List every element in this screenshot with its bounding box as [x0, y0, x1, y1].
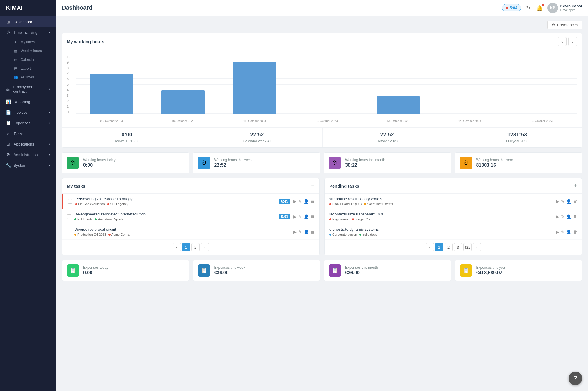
chart-col: [219, 55, 290, 114]
next-page-button[interactable]: ›: [473, 243, 481, 251]
play-button[interactable]: ▶: [556, 230, 559, 234]
sidebar-item-dashboard[interactable]: ⊞ Dashboard: [0, 16, 56, 27]
edit-button[interactable]: ✎: [561, 199, 564, 204]
summary-card: ⏱ Working hours today 0:00: [62, 152, 189, 173]
chart-col: [76, 55, 147, 114]
expense-cards-grid: 📋 Expenses today 0.00 📋 Expenses this we…: [62, 260, 582, 281]
expense-icon: 📋: [460, 264, 472, 277]
sidebar-item-all-times[interactable]: 👥 All times: [0, 73, 56, 82]
stat-value: 0:00: [67, 132, 187, 138]
summary-card: ⏱ Working hours this month 30:22: [324, 152, 451, 173]
task-item: Diverse reciprocal circuit Production Q4…: [62, 224, 319, 240]
expense-card: 📋 Expenses today 0.00: [62, 260, 189, 281]
assign-button[interactable]: 👤: [304, 199, 309, 204]
sidebar-item-reporting[interactable]: 📊 Reporting: [0, 96, 56, 107]
timer-badge[interactable]: 5:04: [502, 4, 521, 11]
sidebar-item-calendar[interactable]: ▤ Calendar: [0, 55, 56, 64]
sidebar-item-my-times[interactable]: ● My times: [0, 38, 56, 46]
sidebar-item-invoices[interactable]: 📄 Invoices ▾: [0, 107, 56, 118]
prev-page-button[interactable]: ‹: [173, 243, 181, 251]
page-2-button[interactable]: 2: [191, 243, 200, 251]
sidebar-item-expenses[interactable]: 📋 Expenses ▾: [0, 118, 56, 128]
expense-icon: 📋: [329, 264, 341, 277]
assign-button[interactable]: 👤: [566, 230, 571, 234]
expense-text: Expenses this year €418,689.07: [476, 265, 506, 275]
tag-dot: [108, 234, 111, 236]
system-icon: 🔧: [6, 163, 11, 168]
page-422-button[interactable]: 422: [463, 243, 472, 251]
play-button[interactable]: ▶: [293, 199, 297, 204]
sidebar-item-label: My times: [21, 40, 35, 44]
edit-button[interactable]: ✎: [298, 214, 302, 219]
task-tag: Saxet Instruments: [364, 202, 393, 206]
delete-button[interactable]: 🗑: [310, 199, 315, 204]
chart-next-button[interactable]: ›: [568, 37, 577, 46]
chart-prev-button[interactable]: ‹: [558, 37, 567, 46]
delete-button[interactable]: 🗑: [573, 214, 577, 219]
assign-button[interactable]: 👤: [304, 230, 309, 234]
next-page-button[interactable]: ›: [201, 243, 209, 251]
play-button[interactable]: ▶: [556, 199, 559, 204]
delete-button[interactable]: 🗑: [573, 199, 577, 204]
chart-col: [505, 55, 577, 114]
assign-button[interactable]: 👤: [566, 214, 571, 219]
edit-button[interactable]: ✎: [298, 230, 302, 234]
sidebar-item-label: Invoices: [14, 110, 28, 115]
edit-button[interactable]: ✎: [561, 230, 564, 234]
add-my-task-button[interactable]: +: [311, 183, 315, 189]
my-tasks-pagination: ‹ 1 2 ›: [62, 240, 319, 255]
sidebar-item-export[interactable]: ⬒ Export: [0, 64, 56, 73]
task-checkbox[interactable]: [67, 214, 71, 219]
task-info: Persevering value-added strategy On-Site…: [75, 197, 276, 206]
edit-button[interactable]: ✎: [298, 199, 302, 204]
refresh-button[interactable]: ↻: [525, 4, 532, 12]
sidebar-item-weekly-hours[interactable]: ▦ Weekly hours: [0, 46, 56, 55]
sidebar-item-label: All times: [21, 75, 34, 79]
task-item: De-engineered zerodefect internetsolutio…: [62, 209, 319, 224]
task-item: streamline revolutionary vortals Plan T1…: [325, 194, 582, 209]
employment-icon: ⚖: [6, 87, 10, 91]
preferences-label: Preferences: [557, 23, 578, 27]
task-duration: 6:45: [279, 199, 290, 204]
page-2-button[interactable]: 2: [445, 243, 453, 251]
expense-label: Expenses this week: [214, 265, 245, 270]
task-checkbox[interactable]: [68, 199, 72, 204]
assign-button[interactable]: 👤: [566, 199, 571, 204]
assign-button[interactable]: 👤: [304, 214, 309, 219]
play-button[interactable]: ▶: [293, 214, 297, 219]
notifications-button[interactable]: 🔔: [535, 4, 544, 12]
stat-label: Full year 2023: [457, 139, 577, 143]
sidebar-item-applications[interactable]: ⊡ Applications ▾: [0, 139, 56, 149]
prev-page-button[interactable]: ‹: [426, 243, 434, 251]
task-checkbox[interactable]: [67, 230, 71, 234]
sidebar-item-administration[interactable]: ⚙ Administration ▾: [0, 149, 56, 160]
expense-text: Expenses this month €36.00: [345, 265, 378, 275]
user-info[interactable]: KP Kevin Papst Developer: [547, 3, 582, 13]
sidebar-item-tasks[interactable]: ✓ Tasks: [0, 128, 56, 139]
play-button[interactable]: ▶: [293, 230, 297, 234]
summary-card: ⏱ Working hours this year 81303:16: [455, 152, 582, 173]
summary-value: 81303:16: [476, 163, 513, 168]
add-pending-task-button[interactable]: +: [574, 183, 577, 189]
preferences-button[interactable]: ⚙ Preferences: [547, 21, 582, 29]
delete-button[interactable]: 🗑: [310, 230, 315, 234]
sidebar-item-employment-contract[interactable]: ⚖ Employment contract ▾: [0, 82, 56, 96]
task-tag: Jonger Corp.: [352, 218, 374, 221]
expense-card: 📋 Expenses this week €36.00: [193, 260, 320, 281]
notification-dot: [542, 4, 544, 6]
delete-button[interactable]: 🗑: [310, 214, 315, 219]
sidebar-item-time-tracking[interactable]: ⏱ Time Tracking ▾: [0, 27, 56, 38]
sidebar-item-system[interactable]: 🔧 System ▾: [0, 160, 56, 171]
play-button[interactable]: ▶: [556, 214, 559, 219]
edit-button[interactable]: ✎: [561, 214, 564, 219]
page-1-button[interactable]: 1: [182, 243, 190, 251]
working-hours-card-header: My working hours ‹ ›: [62, 33, 582, 50]
page-3-button[interactable]: 3: [454, 243, 462, 251]
tag-dot: [364, 203, 366, 205]
delete-button[interactable]: 🗑: [573, 230, 577, 234]
sidebar-item-label: Weekly hours: [21, 49, 42, 53]
page-1-button[interactable]: 1: [435, 243, 443, 251]
stat-value: 22:52: [197, 132, 317, 138]
my-tasks-card: My tasks + Persevering value-added strat…: [62, 178, 320, 255]
help-button[interactable]: ?: [569, 372, 582, 385]
